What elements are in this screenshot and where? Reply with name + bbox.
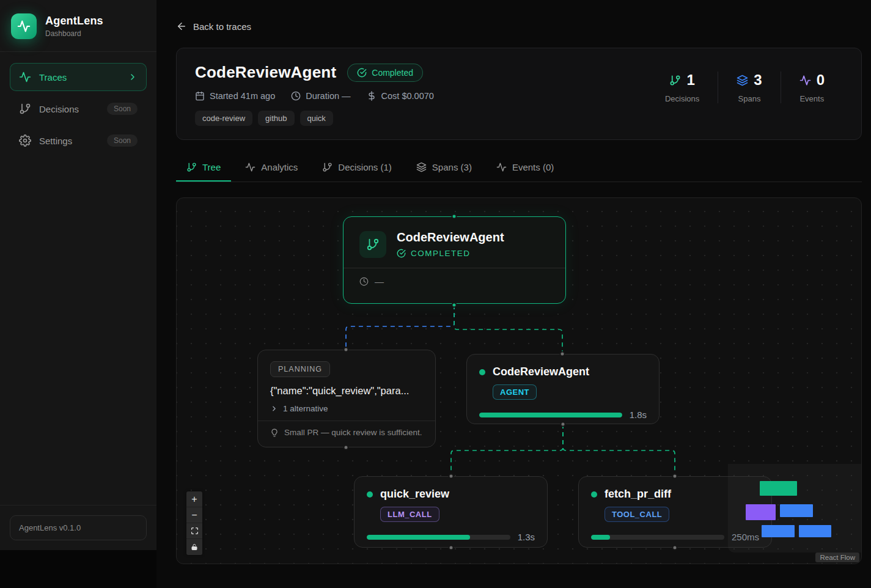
sidebar-item-label: Settings bbox=[39, 136, 72, 146]
duration-bar bbox=[367, 535, 510, 540]
minimap-node-tool bbox=[799, 525, 831, 537]
sidebar-item-decisions[interactable]: Decisions Soon bbox=[10, 95, 147, 123]
stat-spans: 3 Spans bbox=[718, 72, 780, 103]
minimap-node-decision bbox=[746, 504, 776, 520]
layers-icon bbox=[737, 75, 748, 86]
soon-badge: Soon bbox=[107, 103, 138, 115]
trace-meta: Started 41m ago Duration — Cost $0.0070 bbox=[195, 91, 434, 101]
tab-analytics[interactable]: Analytics bbox=[235, 155, 308, 182]
trace-title: CodeReviewAgent bbox=[195, 63, 336, 82]
sidebar: AgentLens Dashboard Traces Decisions Soo… bbox=[0, 0, 156, 550]
git-branch-icon bbox=[359, 231, 386, 258]
stat-decisions: 1 Decisions bbox=[647, 72, 718, 103]
app-subtitle: Dashboard bbox=[45, 29, 103, 38]
node-decision-planning[interactable]: PLANNING {"name":"quick_review","para...… bbox=[257, 350, 436, 447]
flow-canvas[interactable]: CodeReviewAgent COMPLETED — bbox=[176, 197, 862, 564]
git-branch-icon bbox=[186, 162, 197, 172]
status-dot bbox=[591, 491, 597, 498]
handle bbox=[344, 347, 349, 353]
clock-icon bbox=[359, 277, 369, 286]
tab-decisions[interactable]: Decisions (1) bbox=[312, 155, 402, 182]
flow-controls: + − bbox=[186, 491, 202, 555]
sidebar-header: AgentLens Dashboard bbox=[0, 0, 156, 52]
decision-action: {"name":"quick_review","para... bbox=[270, 385, 423, 397]
arrow-left-icon bbox=[176, 21, 187, 32]
handle bbox=[452, 214, 457, 219]
decision-type-badge: PLANNING bbox=[270, 361, 330, 377]
soon-badge: Soon bbox=[107, 134, 138, 147]
lock-button[interactable] bbox=[186, 539, 202, 555]
trace-stats: 1 Decisions 3 Spans bbox=[647, 63, 843, 126]
node-title: CodeReviewAgent bbox=[493, 366, 589, 378]
activity-icon bbox=[496, 162, 507, 172]
duration-bar-fill bbox=[367, 535, 470, 540]
stat-label: Events bbox=[799, 94, 825, 103]
app-name: AgentLens bbox=[45, 15, 103, 28]
alternatives-expander[interactable]: 1 alternative bbox=[270, 404, 423, 413]
activity-icon bbox=[19, 71, 31, 83]
cost-meta: Cost $0.0070 bbox=[367, 91, 434, 101]
status-dot bbox=[479, 369, 485, 375]
span-type-badge: TOOL_CALL bbox=[605, 507, 669, 522]
check-circle-icon bbox=[357, 68, 367, 78]
node-title: quick_review bbox=[380, 488, 449, 501]
node-span-llm[interactable]: quick_review LLM_CALL 1.3s bbox=[354, 476, 548, 548]
span-type-badge: LLM_CALL bbox=[380, 507, 439, 522]
sidebar-footer: AgentLens v0.1.0 bbox=[0, 505, 156, 550]
handle bbox=[672, 474, 678, 479]
zoom-in-button[interactable]: + bbox=[186, 491, 202, 507]
tag: code-review bbox=[195, 111, 252, 126]
activity-icon bbox=[799, 75, 811, 86]
sidebar-item-settings[interactable]: Settings Soon bbox=[10, 127, 147, 155]
stat-value: 0 bbox=[817, 72, 825, 89]
sidebar-item-label: Decisions bbox=[39, 104, 79, 114]
span-type-badge: AGENT bbox=[493, 384, 537, 400]
fit-view-button[interactable] bbox=[186, 523, 202, 539]
clock-icon bbox=[291, 91, 301, 101]
duration-bar-fill bbox=[591, 535, 610, 540]
flow-minimap[interactable] bbox=[728, 464, 861, 553]
status-badge: Completed bbox=[347, 64, 423, 82]
duration-bar bbox=[479, 413, 622, 417]
minimap-node-llm bbox=[762, 525, 795, 537]
lightbulb-icon bbox=[270, 428, 279, 437]
chevron-right-icon bbox=[128, 72, 138, 82]
node-duration: 1.3s bbox=[518, 532, 535, 542]
tag: quick bbox=[300, 111, 333, 126]
tag: github bbox=[258, 111, 294, 126]
handle bbox=[452, 303, 457, 308]
stat-label: Decisions bbox=[665, 94, 699, 103]
node-span-agent[interactable]: CodeReviewAgent AGENT 1.8s bbox=[466, 354, 660, 424]
handle bbox=[672, 545, 678, 551]
detail-tabs: Tree Analytics Decisions (1) Spans (3) bbox=[176, 155, 862, 182]
sidebar-item-traces[interactable]: Traces bbox=[10, 63, 147, 91]
calendar-icon bbox=[195, 91, 205, 101]
git-branch-icon bbox=[322, 162, 333, 172]
handle bbox=[560, 351, 565, 357]
app-root: AgentLens Dashboard Traces Decisions Soo… bbox=[0, 0, 871, 588]
minimap-node-root bbox=[760, 481, 797, 496]
node-root-agent[interactable]: CodeReviewAgent COMPLETED — bbox=[343, 216, 566, 304]
back-to-traces-link[interactable]: Back to traces bbox=[176, 21, 251, 32]
fit-view-icon bbox=[191, 527, 199, 535]
handle bbox=[344, 445, 349, 450]
node-duration: 1.8s bbox=[630, 410, 647, 420]
chevron-right-icon bbox=[270, 405, 278, 413]
tab-events[interactable]: Events (0) bbox=[486, 155, 564, 182]
stat-events: 0 Events bbox=[781, 72, 843, 103]
sidebar-item-label: Traces bbox=[39, 72, 67, 83]
activity-icon bbox=[245, 162, 255, 172]
stat-label: Spans bbox=[737, 94, 762, 103]
git-branch-icon bbox=[19, 103, 31, 115]
zoom-out-button[interactable]: − bbox=[186, 507, 202, 523]
git-branch-icon bbox=[669, 75, 681, 86]
duration-bar-fill bbox=[479, 413, 622, 417]
minimap-node-agent bbox=[780, 504, 813, 517]
status-dot bbox=[367, 491, 373, 498]
app-version: AgentLens v0.1.0 bbox=[10, 515, 147, 540]
tab-tree[interactable]: Tree bbox=[176, 155, 231, 182]
tab-spans[interactable]: Spans (3) bbox=[406, 155, 482, 182]
handle bbox=[560, 422, 566, 427]
react-flow-attribution[interactable]: React Flow bbox=[815, 553, 859, 562]
node-title: fetch_pr_diff bbox=[605, 488, 671, 501]
